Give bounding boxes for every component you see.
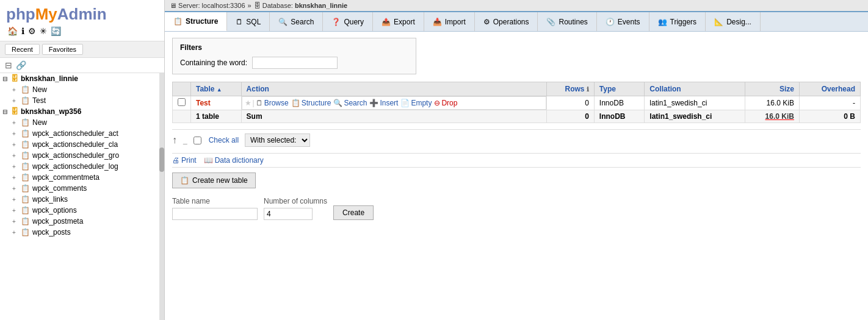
check-all-checkbox[interactable] xyxy=(193,137,201,144)
tree-item-new2[interactable]: + 📋 New xyxy=(0,117,159,128)
logo-area: phpMyAdmin 🏠 ℹ ⚙ ✳ 🔄 xyxy=(0,0,164,41)
tree-label: wpck_postmeta xyxy=(32,217,83,226)
structure-icon: 📋 xyxy=(291,99,300,107)
routines-tab-label: Routines xyxy=(559,18,587,26)
dictionary-icon: 📖 xyxy=(204,156,213,165)
refresh-icon[interactable]: 🔄 xyxy=(51,26,61,36)
recent-tab[interactable]: Recent xyxy=(5,44,40,55)
row-type: InnoDB xyxy=(594,96,644,110)
print-link[interactable]: 🖨 Print xyxy=(172,156,197,165)
empty-link[interactable]: Empty xyxy=(411,99,432,107)
table-icon: 📋 xyxy=(21,85,30,94)
tree-item-wpck-actionscheduler-act[interactable]: + 📋 wpck_actionscheduler_act xyxy=(0,128,159,139)
expand-icon: + xyxy=(12,119,18,126)
with-selected-dropdown[interactable]: With selected: Drop Empty Check table Op… xyxy=(245,133,310,147)
tree-item-wpck-posts[interactable]: + 📋 wpck_posts xyxy=(0,227,159,238)
link-icon[interactable]: 🔗 xyxy=(16,60,26,70)
empty-icon: 📄 xyxy=(400,99,410,107)
tree-item-wpck-actionscheduler-cla[interactable]: + 📋 wpck_actionscheduler_cla xyxy=(0,139,159,150)
tree-item-wpck-options[interactable]: + 📋 wpck_options xyxy=(0,205,159,216)
tab-import[interactable]: 📥 Import xyxy=(424,12,475,31)
tree-db-bknskhan-wp356[interactable]: ⊟ 🗄 bknskhan_wp356 xyxy=(0,106,159,117)
tab-sql[interactable]: 🗒 SQL xyxy=(227,12,270,31)
tab-query[interactable]: ❓ Query xyxy=(323,12,373,31)
tab-triggers[interactable]: 👥 Triggers xyxy=(649,12,706,31)
collapse-icon[interactable]: ⊟ xyxy=(5,60,12,70)
create-table-section: 📋 Create new table Table name Number of … xyxy=(172,172,861,222)
th-overhead: Overhead xyxy=(799,82,860,96)
expand-icon: + xyxy=(12,229,18,236)
info-icon[interactable]: ℹ xyxy=(587,86,589,93)
sidebar-scroll-thumb[interactable] xyxy=(159,148,164,172)
columns-input[interactable] xyxy=(264,208,313,220)
row-size-value: 16.0 KiB xyxy=(767,99,794,107)
create-table-form: Table name Number of columns Create xyxy=(172,194,861,222)
tables-section: Table ▲ Action Rows ℹ Type xyxy=(172,82,861,123)
summary-count: 1 table xyxy=(191,110,242,123)
tree-label: wpck_options xyxy=(32,206,77,215)
scroll-up-icon[interactable]: ↑ xyxy=(172,135,177,146)
browse-link[interactable]: Browse xyxy=(264,99,289,107)
tab-events[interactable]: 🕐 Events xyxy=(597,12,649,31)
drop-link[interactable]: Drop xyxy=(441,99,457,107)
table-name-link[interactable]: Test xyxy=(196,99,211,107)
logo-icon-row: 🏠 ℹ ⚙ ✳ 🔄 xyxy=(6,24,158,38)
structure-link[interactable]: Structure xyxy=(302,99,331,107)
row-checkbox[interactable] xyxy=(178,98,186,106)
main-panel: 🖥 Server: localhost:3306 » 🗄 Database: b… xyxy=(165,0,868,320)
search-link[interactable]: Search xyxy=(344,99,367,107)
tab-search[interactable]: 🔍 Search xyxy=(270,12,323,31)
home-icon[interactable]: 🏠 xyxy=(7,26,18,36)
create-button[interactable]: Create xyxy=(333,205,374,220)
tab-structure[interactable]: 📋 Structure xyxy=(165,12,227,31)
expand-icon: + xyxy=(12,98,18,104)
tab-routines[interactable]: 📎 Routines xyxy=(538,12,596,31)
tab-operations[interactable]: ⚙ Operations xyxy=(475,12,538,31)
tree-db-bknskhan-linnie[interactable]: ⊟ 🗄 bknskhan_linnie xyxy=(0,73,159,84)
tree-item-wpck-commentmeta[interactable]: + 📋 wpck_commentmeta xyxy=(0,172,159,183)
tree-item-wpck-actionscheduler-gro[interactable]: + 📋 wpck_actionscheduler_gro xyxy=(0,150,159,161)
query-tab-label: Query xyxy=(344,18,364,26)
star-icon[interactable]: ✳ xyxy=(40,26,47,36)
sidebar-scrollbar[interactable] xyxy=(159,73,164,320)
tab-export[interactable]: 📤 Export xyxy=(373,12,424,31)
table-name-input[interactable] xyxy=(172,208,258,220)
logo-my: My xyxy=(35,5,57,23)
row-collation-value: latin1_swedish_ci xyxy=(649,99,707,107)
action-sep: | xyxy=(253,99,255,107)
filter-row: Containing the word: xyxy=(180,57,408,69)
table-icon: 📋 xyxy=(21,162,30,171)
table-icon: 📋 xyxy=(21,140,30,149)
data-dictionary-link[interactable]: 📖 Data dictionary xyxy=(204,156,264,165)
settings-icon[interactable]: ⚙ xyxy=(28,26,36,36)
th-table[interactable]: Table ▲ xyxy=(191,82,242,96)
drop-icon: ⊖ xyxy=(434,99,440,107)
tab-designer[interactable]: 📐 Desig... xyxy=(706,12,761,31)
db-icon: 🗄 xyxy=(11,107,18,116)
tree-item-new1[interactable]: + 📋 New xyxy=(0,84,159,95)
logo-admin: Admin xyxy=(57,5,107,23)
insert-link[interactable]: Insert xyxy=(380,99,398,107)
create-new-table-button[interactable]: 📋 Create new table xyxy=(172,172,256,188)
favorite-icon[interactable]: ★ xyxy=(245,99,251,107)
summary-overhead-value: 0 B xyxy=(844,112,855,121)
tree-item-wpck-postmeta[interactable]: + 📋 wpck_postmeta xyxy=(0,216,159,227)
tree-item-wpck-actionscheduler-log[interactable]: + 📋 wpck_actionscheduler_log xyxy=(0,161,159,172)
export-tab-icon: 📤 xyxy=(382,18,391,26)
filter-input[interactable] xyxy=(252,57,338,69)
tree-item-wpck-links[interactable]: + 📋 wpck_links xyxy=(0,194,159,205)
filter-label: Containing the word: xyxy=(180,59,247,67)
tree-item-test[interactable]: + 📋 Test xyxy=(0,95,159,106)
check-all-label[interactable]: Check all xyxy=(209,136,239,144)
info-icon[interactable]: ℹ xyxy=(21,26,24,36)
triggers-tab-label: Triggers xyxy=(670,18,697,26)
row-actions: ★ | 🗒 Browse 📋 Structure 🔍 Search ➕ Inse… xyxy=(242,96,546,110)
search-tab-icon: 🔍 xyxy=(278,18,288,26)
favorites-tab[interactable]: Favorites xyxy=(42,44,83,55)
summary-rows: 0 xyxy=(546,110,594,123)
tree-item-wpck-comments[interactable]: + 📋 wpck_comments xyxy=(0,183,159,194)
row-table-name: Test xyxy=(191,96,242,110)
tree-label: wpck_posts xyxy=(32,228,71,236)
sort-asc-icon: ▲ xyxy=(217,87,222,93)
sql-tab-label: SQL xyxy=(246,18,261,26)
